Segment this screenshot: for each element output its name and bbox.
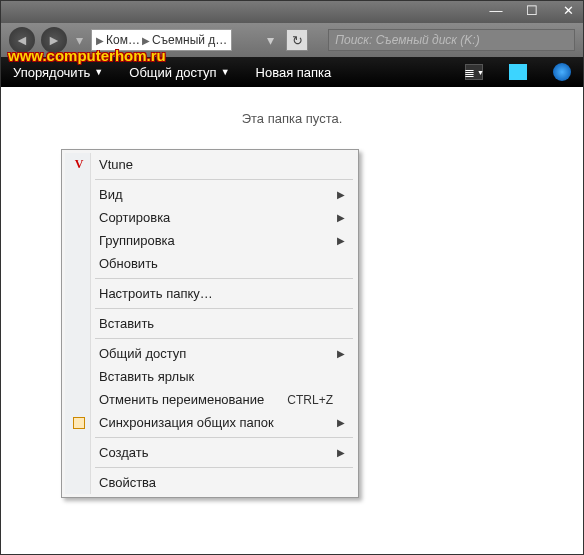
- share-label: Общий доступ: [129, 65, 216, 80]
- menu-separator: [95, 179, 353, 180]
- menu-label: Отменить переименование: [99, 392, 264, 407]
- watermark-text: www.computerhom.ru: [8, 47, 166, 64]
- submenu-arrow-icon: ▶: [337, 189, 345, 200]
- menu-separator: [95, 338, 353, 339]
- menu-item-view[interactable]: Вид ▶: [65, 183, 355, 206]
- search-input[interactable]: Поиск: Съемный диск (K:) 🔍: [328, 29, 575, 51]
- menu-separator: [95, 437, 353, 438]
- share-menu[interactable]: Общий доступ ▼: [129, 65, 229, 80]
- submenu-arrow-icon: ▶: [337, 212, 345, 223]
- empty-folder-message: Эта папка пуста.: [1, 87, 583, 126]
- menu-label: Общий доступ: [99, 346, 186, 361]
- context-menu: V Vtune Вид ▶ Сортировка ▶ Группировка ▶…: [61, 149, 359, 498]
- explorer-window: — ☐ ✕ ◄ ► ▾ ▶ Ком… ▶ Съемный д… ▾ ↻ Поис…: [0, 0, 584, 555]
- menu-separator: [95, 278, 353, 279]
- menu-separator: [95, 308, 353, 309]
- submenu-arrow-icon: ▶: [337, 447, 345, 458]
- preview-pane-button[interactable]: [509, 64, 527, 80]
- organize-label: Упорядочить: [13, 65, 90, 80]
- menu-item-sync-shared[interactable]: Синхронизация общих папок ▶: [65, 411, 355, 434]
- menu-label: Vtune: [99, 157, 133, 172]
- menu-label: Синхронизация общих папок: [99, 415, 274, 430]
- menu-label: Сортировка: [99, 210, 170, 225]
- folder-content-area[interactable]: Эта папка пуста. V Vtune Вид ▶ Сортировк…: [1, 87, 583, 554]
- crumb-computer[interactable]: Ком…: [106, 33, 140, 47]
- crumb-drive[interactable]: Съемный д…: [152, 33, 227, 47]
- view-options-button[interactable]: ≣▼: [465, 64, 483, 80]
- chevron-down-icon: ▼: [221, 67, 230, 77]
- menu-label: Обновить: [99, 256, 158, 271]
- menu-item-group[interactable]: Группировка ▶: [65, 229, 355, 252]
- menu-item-paste[interactable]: Вставить: [65, 312, 355, 335]
- menu-label: Настроить папку…: [99, 286, 213, 301]
- menu-label: Вставить: [99, 316, 154, 331]
- chevron-right-icon: ▶: [96, 35, 104, 46]
- menu-label: Вид: [99, 187, 123, 202]
- menu-item-share[interactable]: Общий доступ ▶: [65, 342, 355, 365]
- menu-item-undo-rename[interactable]: Отменить переименование CTRL+Z: [65, 388, 355, 411]
- new-folder-button[interactable]: Новая папка: [256, 65, 332, 80]
- sync-icon: [71, 415, 87, 431]
- menu-item-refresh[interactable]: Обновить: [65, 252, 355, 275]
- minimize-button[interactable]: —: [487, 5, 505, 19]
- submenu-arrow-icon: ▶: [337, 235, 345, 246]
- organize-menu[interactable]: Упорядочить ▼: [13, 65, 103, 80]
- menu-item-customize-folder[interactable]: Настроить папку…: [65, 282, 355, 305]
- menu-item-properties[interactable]: Свойства: [65, 471, 355, 494]
- menu-item-sort[interactable]: Сортировка ▶: [65, 206, 355, 229]
- new-folder-label: Новая папка: [256, 65, 332, 80]
- submenu-arrow-icon: ▶: [337, 417, 345, 428]
- menu-label: Группировка: [99, 233, 175, 248]
- search-placeholder: Поиск: Съемный диск (K:): [335, 33, 479, 47]
- menu-shortcut: CTRL+Z: [287, 393, 333, 407]
- breadcrumb-dropdown[interactable]: ▾: [264, 27, 276, 53]
- maximize-button[interactable]: ☐: [523, 5, 541, 19]
- chevron-down-icon: ▼: [94, 67, 103, 77]
- close-button[interactable]: ✕: [559, 5, 577, 19]
- help-button[interactable]: [553, 63, 571, 81]
- vtune-icon: V: [71, 157, 87, 173]
- menu-separator: [95, 467, 353, 468]
- window-titlebar: — ☐ ✕: [1, 1, 583, 23]
- menu-label: Создать: [99, 445, 148, 460]
- menu-item-new[interactable]: Создать ▶: [65, 441, 355, 464]
- refresh-button[interactable]: ↻: [286, 29, 308, 51]
- submenu-arrow-icon: ▶: [337, 348, 345, 359]
- chevron-right-icon: ▶: [142, 35, 150, 46]
- menu-item-vtune[interactable]: V Vtune: [65, 153, 355, 176]
- menu-label: Свойства: [99, 475, 156, 490]
- menu-label: Вставить ярлык: [99, 369, 194, 384]
- menu-item-paste-shortcut[interactable]: Вставить ярлык: [65, 365, 355, 388]
